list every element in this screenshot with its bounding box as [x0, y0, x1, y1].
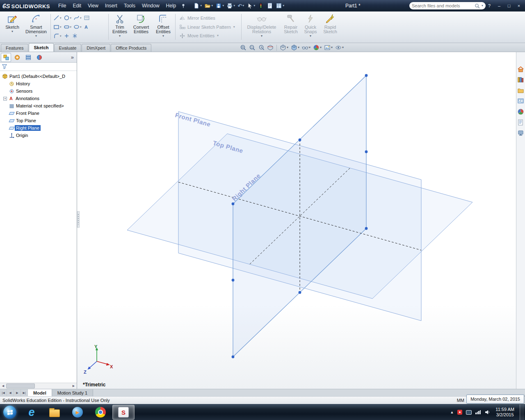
print-button[interactable]: ▾ [226, 1, 236, 10]
undo-button[interactable]: ↶ ▾ [237, 1, 245, 10]
text-tool-button[interactable]: A [83, 24, 89, 30]
scrollbar-thumb[interactable] [6, 383, 35, 388]
point-tool-button[interactable] [63, 32, 70, 39]
property-manager-tab[interactable] [12, 53, 22, 62]
media-player-icon[interactable]: ▶ [66, 405, 89, 420]
menu-edit[interactable]: Edit [69, 1, 84, 10]
zoom-to-fit-button[interactable] [240, 44, 247, 51]
internet-explorer-icon[interactable]: e [21, 405, 43, 420]
tab-sketch[interactable]: Sketch [29, 43, 53, 52]
configuration-manager-tab[interactable] [23, 53, 33, 62]
sketch-button[interactable]: Sketch ▾ [2, 12, 23, 41]
solidworks-taskbar-icon[interactable]: S [112, 405, 135, 420]
custom-properties-icon[interactable] [517, 119, 525, 126]
select-pointer-button[interactable]: ▾ [246, 1, 256, 10]
search-icon[interactable] [475, 3, 480, 9]
ellipse-tool-button[interactable]: ▾ [73, 23, 82, 30]
menu-help[interactable]: Help [163, 1, 180, 10]
linear-sketch-pattern-button[interactable]: Linear Sketch Pattern ▾ [178, 23, 238, 31]
quick-snaps-button[interactable]: Quick Snaps ▾ [301, 12, 320, 41]
edit-appearance-button[interactable]: ▾ [313, 44, 322, 51]
file-properties-button[interactable] [266, 1, 274, 10]
slot-tool-button[interactable]: ▾ [63, 23, 72, 30]
start-button[interactable] [3, 406, 16, 419]
menu-view[interactable]: View [84, 1, 102, 10]
panel-splitter-handle[interactable] [77, 211, 80, 228]
panel-expand-chevron[interactable]: » [69, 54, 76, 60]
display-manager-tab[interactable] [34, 53, 44, 62]
menu-insert[interactable]: Insert [102, 1, 121, 10]
menu-window[interactable]: Window [139, 1, 163, 10]
graphics-viewport[interactable]: Front Plane Top Plane Right Plane Y X Z … [77, 52, 525, 389]
tab-features[interactable]: Features [1, 44, 28, 52]
search-caret-icon[interactable]: ▾ [482, 4, 483, 7]
show-desktop-button[interactable] [520, 404, 524, 420]
menu-file[interactable]: File [55, 1, 69, 10]
pin-menu-icon[interactable] [181, 3, 186, 8]
scrollbar-track[interactable] [6, 383, 71, 389]
tree-item-right-plane[interactable]: Right Plane [0, 124, 77, 132]
line-tool-button[interactable]: ▾ [53, 14, 62, 21]
feature-manager-tree-tab[interactable] [1, 53, 11, 62]
tree-item-part1[interactable]: Part1 (Default<<Default>_D [0, 73, 77, 80]
trim-entities-button[interactable]: Trim Entities ▾ [110, 12, 130, 41]
network-monitor-icon[interactable] [466, 410, 472, 415]
minimize-button[interactable]: – [495, 2, 504, 9]
network-signal-icon[interactable] [475, 410, 481, 414]
appearances-scenes-icon[interactable] [517, 108, 525, 116]
tree-item-front-plane[interactable]: Front Plane [0, 110, 77, 117]
fillet-tool-button[interactable]: ▾ [53, 32, 62, 39]
volume-icon[interactable] [484, 409, 490, 415]
view-palette-icon[interactable] [517, 97, 525, 105]
section-view-button[interactable] [267, 44, 274, 51]
move-entities-button[interactable]: Move Entities ▾ [178, 32, 238, 40]
circle-tool-button[interactable]: ▾ [63, 14, 72, 21]
show-hidden-icons-button[interactable]: ▲ [450, 410, 454, 414]
unit-system-indicator[interactable]: MM [457, 398, 464, 403]
design-library-icon[interactable] [517, 76, 525, 84]
expand-icon[interactable]: + [3, 97, 7, 100]
tab-motion-study[interactable]: Motion Study 1 [52, 389, 93, 396]
tree-item-annotations[interactable]: + A Annotations [0, 95, 77, 102]
options-button[interactable]: ▾ [275, 1, 285, 10]
centerline-tool-button[interactable] [71, 32, 78, 39]
rectangle-tool-button[interactable]: ▾ [53, 23, 62, 30]
repair-sketch-button[interactable]: Repair Sketch [281, 12, 301, 41]
convert-entities-button[interactable]: Convert Entities [130, 12, 153, 41]
tree-item-top-plane[interactable]: Top Plane [0, 117, 77, 124]
view-orientation-button[interactable]: ▾ [279, 44, 289, 51]
tab-dimxpert[interactable]: DimXpert [82, 44, 110, 52]
display-delete-relations-button[interactable]: Display/Delete Relations ▾ [243, 12, 281, 41]
sketch-picture-button[interactable] [83, 14, 90, 21]
tree-item-material[interactable]: Material <not specified> [0, 102, 77, 110]
spline-tool-button[interactable]: ▾ [73, 14, 82, 21]
previous-view-button[interactable] [258, 44, 265, 51]
hide-show-items-button[interactable]: ▾ [301, 44, 311, 51]
file-explorer-icon[interactable] [517, 87, 525, 94]
open-button[interactable]: ▾ [203, 1, 214, 10]
tray-app-icon[interactable] [457, 410, 462, 415]
file-explorer-taskbar-icon[interactable] [43, 405, 66, 420]
help-button[interactable]: ? [485, 2, 494, 9]
offset-entities-button[interactable]: Offset Entities ▾ [153, 12, 174, 41]
mirror-entities-button[interactable]: Mirror Entities [178, 14, 238, 22]
close-button[interactable]: × [514, 2, 523, 9]
tab-evaluate[interactable]: Evaluate [54, 44, 82, 52]
view-settings-button[interactable]: ▾ [335, 44, 344, 51]
menu-tools[interactable]: Tools [121, 1, 139, 10]
apply-scene-button[interactable]: ▾ [324, 44, 333, 51]
smart-dimension-button[interactable]: Smart Dimension ▾ [23, 12, 49, 41]
zoom-to-area-button[interactable] [249, 44, 256, 51]
tree-item-origin[interactable]: Origin [0, 132, 77, 139]
rapid-sketch-button[interactable]: Rapid Sketch [320, 12, 340, 41]
tree-item-history[interactable]: History [0, 80, 77, 87]
tree-item-sensors[interactable]: Sensors [0, 87, 77, 95]
display-style-button[interactable]: ▾ [290, 44, 300, 51]
save-button[interactable]: ▾ [215, 1, 225, 10]
next-tab-button[interactable]: ▶ [14, 389, 21, 396]
tab-model[interactable]: Model [28, 389, 52, 396]
chrome-icon[interactable] [89, 405, 112, 420]
solidworks-resources-icon[interactable] [517, 65, 525, 73]
search-input[interactable] [412, 3, 473, 8]
scroll-right-button[interactable]: ▶ [71, 384, 77, 388]
